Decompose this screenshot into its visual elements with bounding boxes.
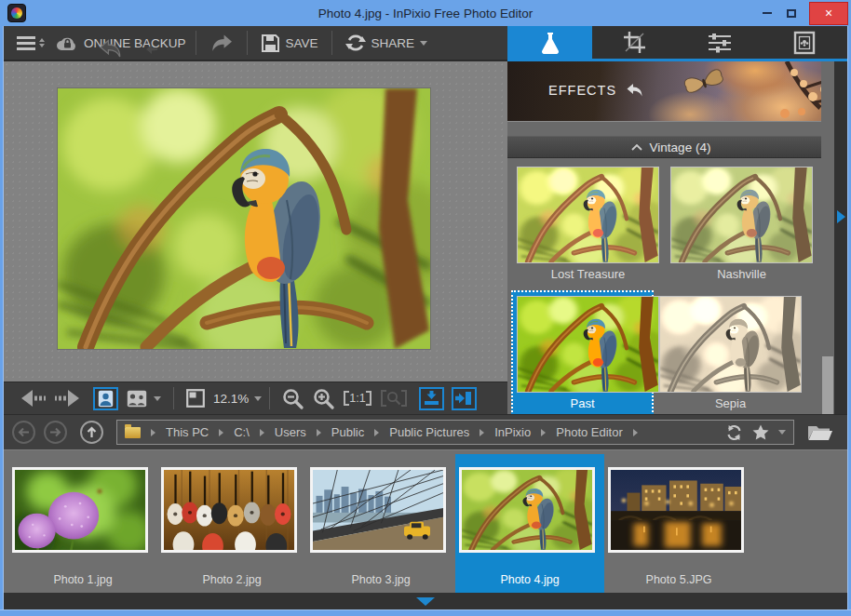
hamburger-icon (17, 33, 35, 53)
photo-filename: Photo 2.jpg (157, 573, 306, 586)
titlebar[interactable]: Photo 4.jpg - InPixio Free Photo Editor … (0, 0, 851, 26)
window-border-right (847, 26, 851, 609)
main-toolbar: ONLINE BACKUP (4, 26, 507, 61)
breadcrumb-item[interactable]: Public Pictures (387, 425, 471, 439)
undo-mini-arrow-icon (145, 44, 158, 55)
nav-back-button[interactable] (12, 421, 35, 444)
folder-navigation-bar: This PC C:\ Users Public Public Pictures… (4, 414, 847, 449)
effects-header-label: EFFECTS (548, 83, 616, 98)
collapse-filmstrip-icon[interactable] (416, 597, 435, 606)
online-backup-button[interactable]: ONLINE BACKUP (56, 35, 186, 51)
effects-banner[interactable]: EFFECTS (507, 61, 834, 121)
menu-button[interactable] (17, 33, 45, 53)
redo-button[interactable] (206, 26, 237, 60)
panel-divider (507, 121, 834, 136)
window-border-bottom (0, 609, 851, 616)
previous-photo-button[interactable] (17, 390, 50, 407)
photo-thumbnail (310, 467, 446, 553)
favorites-caret-icon[interactable] (778, 430, 786, 435)
tab-adjust[interactable] (678, 26, 763, 59)
scrollbar-thumb[interactable] (822, 356, 833, 414)
export-button[interactable] (419, 387, 444, 410)
share-button[interactable]: SHARE (342, 26, 432, 60)
breadcrumb-separator-icon (260, 429, 264, 436)
nav-up-button[interactable] (80, 421, 103, 444)
effect-preview (517, 167, 659, 263)
vintage-section-label: Vintage (4) (650, 141, 711, 154)
navigator-button[interactable] (182, 389, 209, 408)
redo-icon (209, 33, 234, 53)
effect-tile-lost-treasure[interactable]: Lost Treasure (517, 167, 659, 283)
window-title: Photo 4.jpg - InPixio Free Photo Editor (0, 7, 851, 20)
zoom-in-icon (313, 388, 334, 409)
fit-screen-icon (381, 390, 407, 407)
editor-canvas[interactable] (4, 61, 507, 382)
share-label: SHARE (371, 36, 415, 50)
single-view-button[interactable] (93, 387, 118, 410)
cloud-lock-icon (56, 35, 78, 51)
breadcrumb-separator-icon (151, 429, 155, 436)
zoom-out-button[interactable] (277, 388, 308, 409)
save-button[interactable]: SAVE (257, 26, 322, 60)
effects-back-icon[interactable] (625, 82, 645, 98)
filmstrip-item-photo-2[interactable]: Photo 2.jpg (157, 454, 306, 594)
vintage-section-header[interactable]: Vintage (4) (507, 136, 834, 158)
frame-icon (793, 31, 816, 55)
effect-tile-label: Past (517, 395, 648, 412)
compare-caret-icon (154, 396, 161, 401)
close-button[interactable]: × (809, 2, 848, 25)
tab-crop[interactable] (592, 26, 677, 59)
panel-scrollbar[interactable] (821, 61, 834, 414)
nav-forward-button[interactable] (44, 421, 67, 444)
share-icon (345, 33, 366, 53)
toolbar-separator (331, 31, 332, 55)
open-file-button[interactable] (807, 423, 833, 442)
sliders-icon (708, 32, 732, 54)
breadcrumb-item[interactable]: Photo Editor (554, 425, 625, 439)
arrow-left-icon (21, 390, 46, 407)
navigator-icon (186, 389, 205, 408)
arrow-right-icon (55, 390, 79, 407)
filmstrip-collapse-bar[interactable] (4, 593, 847, 609)
one-to-one-label: 1:1 (344, 391, 371, 406)
breadcrumb[interactable]: This PC C:\ Users Public Public Pictures… (116, 420, 794, 445)
zoom-caret-icon[interactable] (254, 396, 262, 401)
favorites-star-icon[interactable] (752, 424, 769, 440)
breadcrumb-item[interactable]: C:\ (232, 425, 251, 439)
apply-close-button[interactable] (452, 387, 477, 410)
toolbar-separator (247, 31, 248, 55)
photo-filename: Photo 3.jpg (306, 573, 455, 586)
back-arrow-icon (18, 427, 30, 437)
maximize-button[interactable] (779, 3, 804, 23)
undo-icon[interactable] (99, 38, 123, 59)
minimize-button[interactable] (755, 3, 779, 23)
tab-frames[interactable] (763, 26, 847, 59)
zoom-in-button[interactable] (308, 388, 339, 409)
next-photo-button[interactable] (50, 390, 84, 407)
breadcrumb-item[interactable]: InPixio (493, 425, 533, 439)
filmstrip-item-photo-1[interactable]: Photo 1.jpg (8, 454, 157, 594)
panel-collapse-rail[interactable] (834, 61, 847, 414)
effect-tile-nashville[interactable]: Nashville (670, 167, 813, 283)
refresh-icon[interactable] (725, 424, 743, 441)
filmstrip-item-photo-5[interactable]: Photo 5.JPG (604, 454, 753, 594)
filmstrip-item-photo-4[interactable]: Photo 4.jpg (455, 454, 604, 594)
expand-panel-icon[interactable] (837, 210, 845, 223)
effect-tiles: Lost Treasure Nashville Past (507, 158, 821, 412)
filmstrip-item-photo-3[interactable]: Photo 3.jpg (306, 454, 455, 594)
save-icon (261, 33, 280, 53)
breadcrumb-item[interactable]: Users (273, 425, 308, 439)
compare-view-button[interactable] (122, 390, 166, 408)
effect-preview (659, 296, 802, 393)
photo-thumbnail (459, 467, 595, 553)
breadcrumb-separator-icon (374, 429, 379, 436)
effect-tile-sepia[interactable]: Sepia (659, 296, 802, 412)
minimize-icon (763, 12, 772, 14)
effect-tile-past[interactable]: Past (511, 290, 654, 416)
breadcrumb-item[interactable]: Public (330, 425, 366, 439)
fit-screen-button[interactable] (376, 390, 412, 407)
tab-effects[interactable] (507, 26, 592, 59)
breadcrumb-item[interactable]: This PC (164, 425, 210, 439)
main-photo (58, 88, 430, 349)
actual-size-button[interactable]: 1:1 (339, 391, 375, 406)
